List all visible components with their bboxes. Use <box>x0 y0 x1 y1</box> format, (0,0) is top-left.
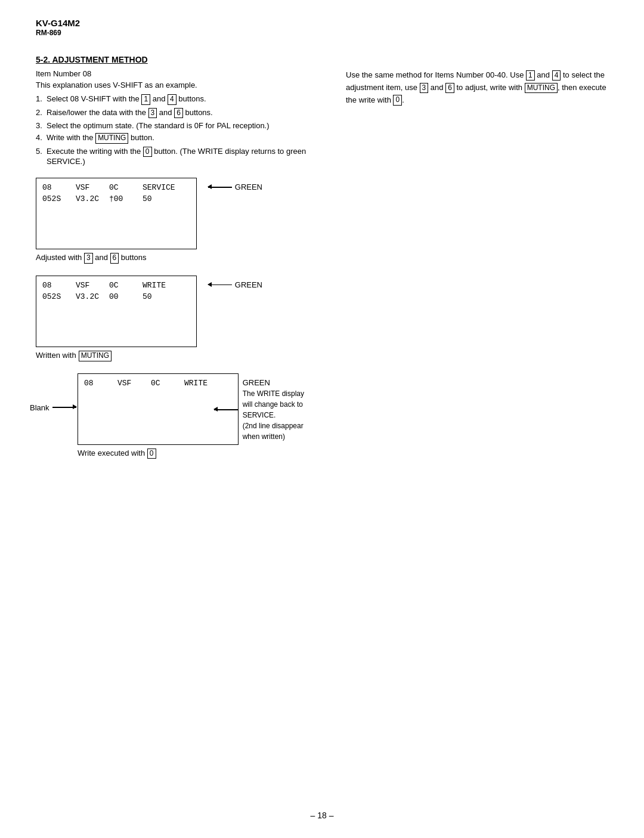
s2r2c2: V3.2C <box>76 292 100 301</box>
steps-list: 1. Select 08 V-SHIFT with the 1 and 4 bu… <box>36 94 322 166</box>
btn-6: 6 <box>174 108 183 119</box>
arrow-line-1 <box>208 187 232 188</box>
diagram-3: Blank 08 VSF 0C WRITE <box>36 373 322 459</box>
step-4: 4. Write with the MUTING button. <box>36 133 322 144</box>
screen-row-1-2: 052S V3.2C †00 50 <box>42 194 190 203</box>
diagram-1-arrow-label: GREEN <box>235 183 262 191</box>
screen-box-1: 08 VSF 0C SERVICE 052S V3.2C †00 50 <box>36 178 197 249</box>
diagram-2: 08 VSF 0C WRITE 052S V3.2C 00 50 <box>36 276 322 361</box>
s2r2c1: 052S <box>42 292 66 301</box>
screen-row-2-2: 052S V3.2C 00 50 <box>42 292 190 301</box>
header: KV-G14M2 RM-869 <box>36 18 608 37</box>
s2r1c2: VSF <box>76 281 100 290</box>
s1r2c2: V3.2C <box>76 194 100 203</box>
item-number: Item Number 08 <box>36 69 322 78</box>
screen-row-3-2 <box>84 390 232 399</box>
s1r2c4: 50 <box>143 194 166 203</box>
btn-6-right: 6 <box>445 83 454 94</box>
screen-row-3-1: 08 VSF 0C WRITE <box>84 379 232 388</box>
page-number: – 18 – <box>311 811 334 820</box>
btn-4-right: 4 <box>552 70 561 81</box>
btn-3-caption: 3 <box>84 253 93 264</box>
btn-3: 3 <box>148 108 157 119</box>
diagram-1: 08 VSF 0C SERVICE 052S V3.2C †00 50 <box>36 178 322 264</box>
btn-0-right: 0 <box>393 95 402 106</box>
section-title: 5-2. ADJUSTMENT METHOD <box>36 55 608 64</box>
s3r1c4: WRITE <box>184 379 208 388</box>
s1r2c3: †00 <box>109 194 133 203</box>
s3r2c1 <box>84 390 108 399</box>
btn-0-caption: 0 <box>147 449 156 459</box>
right-column: Use the same method for Items Number 00-… <box>346 69 608 471</box>
s2r1c1: 08 <box>42 281 66 290</box>
step-5: 5. Execute the writing with the 0 button… <box>36 147 322 166</box>
s2r1c4: WRITE <box>143 281 166 290</box>
btn-muting-caption: MUTING <box>79 351 112 361</box>
blank-arrow: Blank <box>30 403 76 412</box>
blank-arrow-line <box>52 407 76 408</box>
diagram-3-arrow-label: GREEN The WRITE displaywill change back … <box>243 378 304 442</box>
step-5-text: Execute the writing with the 0 button. (… <box>47 147 306 166</box>
diagrams-area: 08 VSF 0C SERVICE 052S V3.2C †00 50 <box>36 178 322 459</box>
s1r1c1: 08 <box>42 183 66 192</box>
btn-muting-right: MUTING <box>525 83 558 94</box>
s3r1c2: VSF <box>117 379 141 388</box>
step-2-num: 2. <box>36 108 42 117</box>
step-1-num: 1. <box>36 94 42 103</box>
s2r1c3: 0C <box>109 281 133 290</box>
diagram-2-arrow: GREEN <box>208 280 262 289</box>
step-1-text: Select 08 V-SHIFT with the 1 and 4 butto… <box>47 94 206 103</box>
diagram-3-green: GREEN <box>243 378 270 387</box>
step-3: 3. Select the optimum state. (The standa… <box>36 121 322 130</box>
arrow-line-3 <box>214 409 238 410</box>
btn-0-step5: 0 <box>143 147 152 157</box>
s1r1c2: VSF <box>76 183 100 192</box>
content-area: Item Number 08 This explanation uses V-S… <box>36 69 608 471</box>
s1r2c1: 052S <box>42 194 66 203</box>
s1r1c3: 0C <box>109 183 133 192</box>
diagram-3-annotation: The WRITE displaywill change back toSERV… <box>243 388 304 442</box>
screen-box-2: 08 VSF 0C WRITE 052S V3.2C 00 50 <box>36 276 197 347</box>
model-title: KV-G14M2 <box>36 18 608 29</box>
screen-row-2-1: 08 VSF 0C WRITE <box>42 281 190 290</box>
right-col-text: Use the same method for Items Number 00-… <box>346 69 608 106</box>
step-4-text: Write with the MUTING button. <box>47 133 154 142</box>
s3r1c3: 0C <box>151 379 175 388</box>
step-2-text: Raise/lower the data with the 3 and 6 bu… <box>47 108 213 117</box>
step-1: 1. Select 08 V-SHIFT with the 1 and 4 bu… <box>36 94 322 105</box>
submodel-title: RM-869 <box>36 29 608 37</box>
btn-6-caption: 6 <box>110 253 119 264</box>
diagram-2-arrow-label: GREEN <box>235 280 262 289</box>
step-3-text: Select the optimum state. (The standard … <box>47 121 270 130</box>
btn-1-right: 1 <box>526 70 535 81</box>
left-column: Item Number 08 This explanation uses V-S… <box>36 69 322 471</box>
btn-3-right: 3 <box>420 83 429 94</box>
arrow-line-2 <box>208 285 232 286</box>
step-3-num: 3. <box>36 121 42 130</box>
explanation-text: This explanation uses V-SHIFT as an exam… <box>36 81 322 89</box>
s2r2c4: 50 <box>143 292 166 301</box>
s3r1c1: 08 <box>84 379 108 388</box>
btn-muting-step4: MUTING <box>95 133 128 144</box>
step-4-num: 4. <box>36 133 42 142</box>
diagram-1-caption: Adjusted with 3 and 6 buttons <box>36 253 322 264</box>
s1r1c4: SERVICE <box>143 183 175 192</box>
screen-row-1-1: 08 VSF 0C SERVICE <box>42 183 190 192</box>
step-5-num: 5. <box>36 147 42 156</box>
btn-4: 4 <box>168 94 177 105</box>
page: KV-G14M2 RM-869 5-2. ADJUSTMENT METHOD I… <box>0 0 644 838</box>
diagram-2-caption: Written withMUTING <box>36 351 322 361</box>
diagram-1-arrow: GREEN <box>208 183 262 191</box>
s2r2c3: 00 <box>109 292 133 301</box>
blank-label: Blank <box>30 403 49 412</box>
btn-1: 1 <box>141 94 150 105</box>
step-2: 2. Raise/lower the data with the 3 and 6… <box>36 108 322 119</box>
diagram-3-arrow: GREEN The WRITE displaywill change back … <box>214 378 304 442</box>
diagram-3-caption: Write executed with 0 <box>78 449 322 459</box>
